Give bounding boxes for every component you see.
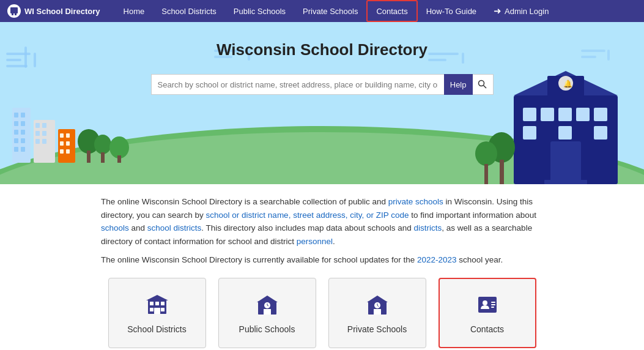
svg-rect-42 [21,138,25,143]
svg-rect-56 [523,108,536,121]
svg-rect-38 [21,121,25,126]
svg-marker-79 [146,295,168,300]
school-clock-icon [255,292,279,318]
svg-rect-21 [60,133,64,138]
svg-rect-29 [42,123,46,128]
svg-rect-69 [484,164,488,184]
svg-rect-64 [550,141,581,184]
private-schools-link[interactable]: private schools [388,197,443,206]
svg-rect-35 [14,113,18,117]
school-year: 2022-2023 [417,255,457,264]
svg-rect-58 [558,108,572,121]
svg-rect-40 [21,130,25,135]
school-search-link[interactable]: school or district name, street address,… [206,210,409,220]
svg-rect-62 [558,126,572,140]
svg-rect-12 [428,53,459,55]
svg-rect-94 [491,302,495,303]
svg-rect-41 [14,138,18,143]
public-schools-card[interactable]: Public Schools [218,278,316,348]
svg-rect-77 [161,308,165,311]
nav-links: Home School Districts Public Schools Pri… [115,0,637,22]
svg-rect-48 [101,152,105,163]
svg-rect-33 [42,139,46,144]
svg-rect-65 [544,180,587,184]
svg-rect-32 [35,139,40,144]
svg-rect-50 [117,155,121,163]
logo-text: WI School Directory [24,7,100,16]
search-bar: Help [151,74,494,95]
svg-rect-28 [35,123,40,128]
site-logo[interactable]: WI School Directory [7,4,100,18]
svg-rect-15 [581,50,605,52]
svg-point-70 [479,81,484,86]
svg-rect-67 [500,160,504,184]
school-districts-label: School Districts [127,324,186,334]
contacts-icon [475,292,500,318]
svg-rect-46 [87,151,91,163]
schools-link[interactable]: schools [101,223,129,233]
description-para1: The online Wisconsin School Directory is… [101,195,543,248]
svg-rect-63 [594,126,607,140]
logo-icon [7,4,21,18]
svg-rect-75 [161,302,165,305]
svg-rect-85 [264,309,271,315]
hero-section: 🔔 Wisconsin School Directory Help [0,22,644,184]
svg-rect-16 [581,56,596,58]
navigation-cards: School Districts Public Schools [101,278,543,350]
svg-rect-31 [42,131,46,136]
svg-rect-95 [491,304,495,305]
svg-rect-37 [14,121,18,126]
svg-rect-22 [66,133,70,138]
svg-rect-59 [576,108,590,121]
nav-school-districts[interactable]: School Districts [153,0,225,22]
nav-contacts[interactable]: Contacts [366,0,417,22]
personnel-link[interactable]: personnel [297,237,333,246]
help-button[interactable]: Help [444,74,473,95]
svg-point-49 [109,136,129,158]
svg-rect-43 [14,147,18,152]
svg-rect-25 [60,149,64,154]
svg-rect-24 [66,141,70,146]
svg-rect-8 [24,47,27,68]
availability-text: The online Wisconsin School Directory is… [101,255,543,264]
contacts-card[interactable]: Contacts [439,278,536,348]
svg-rect-14 [462,53,464,64]
svg-marker-81 [257,296,278,302]
svg-rect-74 [155,302,159,305]
svg-rect-23 [60,141,64,146]
nav-admin-login[interactable]: ➜ Admin Login [485,0,557,22]
svg-rect-30 [35,131,40,136]
building-icon [145,292,169,318]
svg-text:🔔: 🔔 [563,79,572,88]
svg-rect-17 [607,50,610,61]
svg-rect-96 [491,307,494,308]
svg-point-47 [94,135,111,154]
main-nav: WI School Directory Home School District… [0,0,644,22]
login-arrow-icon: ➜ [494,6,502,17]
search-input[interactable] [151,74,444,95]
nav-public-schools[interactable]: Public Schools [225,0,294,22]
private-schools-label: Private Schools [347,324,407,334]
svg-rect-78 [154,308,160,314]
main-content: The online Wisconsin School Directory is… [0,184,644,350]
svg-rect-36 [21,113,25,117]
contacts-label: Contacts [470,324,504,334]
school-districts-link[interactable]: school districts [147,223,202,233]
svg-point-68 [475,141,497,166]
nav-private-schools[interactable]: Private Schools [294,0,366,22]
svg-rect-73 [150,302,154,305]
districts-link[interactable]: districts [414,223,442,233]
private-schools-card[interactable]: Private Schools [328,278,426,348]
svg-rect-6 [6,65,28,67]
svg-rect-5 [6,59,21,61]
search-submit-button[interactable] [473,74,494,95]
svg-rect-39 [14,130,18,135]
svg-point-93 [483,300,487,305]
school-districts-card[interactable]: School Districts [108,278,206,348]
nav-home[interactable]: Home [115,0,154,22]
svg-rect-2 [15,13,17,15]
svg-rect-60 [594,108,607,121]
svg-marker-87 [367,296,388,302]
svg-rect-1 [12,13,13,15]
nav-how-to-guide[interactable]: How-To Guide [418,0,485,22]
